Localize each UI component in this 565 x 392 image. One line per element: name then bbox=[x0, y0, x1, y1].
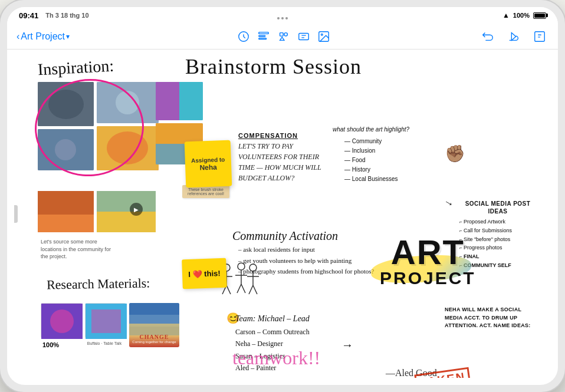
change-label: CHANGE bbox=[132, 334, 176, 340]
svg-rect-16 bbox=[179, 82, 203, 120]
photo-8 bbox=[97, 191, 156, 232]
toolbar-right bbox=[479, 28, 548, 45]
svg-line-40 bbox=[249, 285, 253, 294]
highlight-question: what should the art highlight? bbox=[333, 126, 409, 133]
svg-point-37 bbox=[249, 264, 257, 271]
date: Th 3 18 thg 10 bbox=[45, 12, 88, 19]
svg-point-13 bbox=[116, 91, 139, 114]
svg-point-32 bbox=[238, 263, 245, 270]
back-chevron: ‹ bbox=[17, 31, 19, 42]
social-media-title: SOCIAL MEDIA POST IDEAS bbox=[459, 200, 536, 215]
highlight-item: Inclusion bbox=[344, 146, 398, 156]
tool-shapes-button[interactable] bbox=[275, 28, 293, 45]
side-handle bbox=[14, 205, 18, 223]
bottom-pink-text: teamwork!! bbox=[232, 347, 320, 369]
back-button[interactable]: ‹ Art Project ▾ bbox=[17, 31, 70, 42]
svg-rect-6 bbox=[299, 33, 309, 39]
svg-rect-26 bbox=[97, 191, 156, 212]
svg-point-18 bbox=[55, 139, 76, 160]
research-title: Research Materials: bbox=[47, 275, 150, 292]
highlight-list: Community Inclusion Food History Local B… bbox=[344, 137, 398, 184]
team-member: Carson – Comm Outreach bbox=[235, 326, 310, 338]
art-project-text: ART PROJECT bbox=[380, 235, 476, 287]
highlight-item: History bbox=[344, 165, 398, 174]
edit-button[interactable] bbox=[531, 28, 548, 45]
highlight-item: Local Businesses bbox=[344, 174, 398, 184]
photo-2 bbox=[97, 82, 159, 123]
photo-1 bbox=[38, 82, 94, 126]
highlight-item: Community bbox=[344, 137, 398, 146]
love-sticky[interactable]: I ❤️ this! bbox=[182, 258, 227, 289]
social-list-item: Proposed Artwork bbox=[459, 218, 536, 226]
change-image: CHANGE Coming together for change bbox=[129, 303, 179, 347]
zoom-percent: 100% bbox=[42, 341, 59, 348]
neha-text: NEHA WILL MAKE A SOCIAL MEDIA ACCT. TO D… bbox=[445, 306, 536, 330]
community-title: Community Activation bbox=[232, 229, 338, 243]
tool-textbox-button[interactable] bbox=[295, 28, 313, 45]
wifi-icon: ▲ bbox=[502, 11, 510, 19]
toolbar-center bbox=[232, 28, 333, 45]
sticky-1-line2: Neha bbox=[199, 163, 217, 172]
thumbnail-2 bbox=[85, 303, 126, 338]
photo-4 bbox=[38, 129, 94, 170]
svg-line-41 bbox=[253, 285, 257, 294]
brainstorm-title: Brainstorm Session bbox=[185, 54, 362, 79]
photo-3 bbox=[156, 82, 203, 120]
share-button[interactable] bbox=[505, 28, 523, 45]
svg-point-20 bbox=[107, 131, 148, 164]
status-left: 09:41 Th 3 18 thg 10 bbox=[19, 11, 89, 20]
time: 09:41 bbox=[19, 11, 38, 20]
community-item: ask local residents for input bbox=[238, 244, 374, 255]
photo-7 bbox=[38, 191, 94, 232]
screen: 09:41 Th 3 18 thg 10 ▲ 100% ‹ Art Projec… bbox=[7, 7, 558, 385]
social-list-item: Call for Submissions bbox=[459, 226, 536, 235]
art-text: ART bbox=[380, 235, 476, 269]
svg-line-35 bbox=[237, 284, 241, 293]
tool-text-button[interactable] bbox=[255, 28, 272, 45]
svg-rect-45 bbox=[91, 309, 121, 333]
arrow-team: → bbox=[341, 338, 353, 352]
team-label: Team: Michael – Lead bbox=[235, 312, 310, 326]
photo-5 bbox=[97, 126, 159, 170]
svg-rect-2 bbox=[259, 35, 265, 37]
title-chevron: ▾ bbox=[66, 32, 70, 41]
tool-draw-button[interactable] bbox=[235, 28, 252, 45]
toolbar: ‹ Art Project ▾ bbox=[7, 24, 558, 50]
svg-rect-15 bbox=[156, 82, 179, 120]
inspiration-title: Inspiration: bbox=[37, 57, 114, 80]
svg-point-5 bbox=[284, 32, 288, 35]
change-sublabel: Coming together for change bbox=[132, 340, 176, 344]
arrow-decoration: → bbox=[441, 195, 456, 211]
source-caption: Let's source some more locations in the … bbox=[41, 238, 111, 261]
svg-point-11 bbox=[48, 90, 84, 119]
compensation-title: COMPENSATION bbox=[238, 132, 330, 139]
highlight-item: Food bbox=[344, 156, 398, 165]
device-frame: 09:41 Th 3 18 thg 10 ▲ 100% ‹ Art Projec… bbox=[0, 0, 565, 392]
svg-rect-9 bbox=[535, 31, 545, 41]
thumbnail-1 bbox=[41, 303, 82, 338]
svg-line-36 bbox=[241, 284, 245, 293]
svg-rect-4 bbox=[280, 32, 284, 35]
svg-point-43 bbox=[50, 309, 74, 333]
play-button[interactable]: ▶ bbox=[130, 203, 143, 216]
svg-rect-3 bbox=[259, 38, 267, 39]
undo-button[interactable] bbox=[479, 28, 497, 45]
fist-emoji: ✊🏽 bbox=[445, 144, 465, 163]
compensation-box: COMPENSATION LET'S TRY TO PAY VOLUNTEERS… bbox=[238, 132, 330, 183]
thumb-label-2: Buffalo · Table Talk bbox=[84, 341, 125, 345]
signal-strength: 100% bbox=[513, 12, 530, 19]
svg-line-31 bbox=[226, 285, 231, 294]
svg-rect-1 bbox=[259, 32, 269, 34]
status-right: ▲ 100% bbox=[502, 11, 546, 19]
battery-icon bbox=[533, 12, 546, 19]
back-label: Art Project bbox=[21, 31, 65, 42]
svg-rect-24 bbox=[38, 215, 94, 232]
svg-point-8 bbox=[321, 34, 323, 35]
tool-image-button[interactable] bbox=[315, 28, 333, 45]
photo-collage bbox=[38, 82, 162, 191]
status-bar: 09:41 Th 3 18 thg 10 ▲ 100% bbox=[7, 7, 558, 24]
sticky-assigned-neha[interactable]: Assigned to Neha bbox=[185, 140, 232, 188]
canvas: Inspiration: Brainstorm Session bbox=[14, 50, 551, 378]
project-text: PROJECT bbox=[380, 269, 476, 287]
compensation-text: LET'S TRY TO PAY VOLUNTEERS FOR THEIR TI… bbox=[238, 141, 330, 183]
